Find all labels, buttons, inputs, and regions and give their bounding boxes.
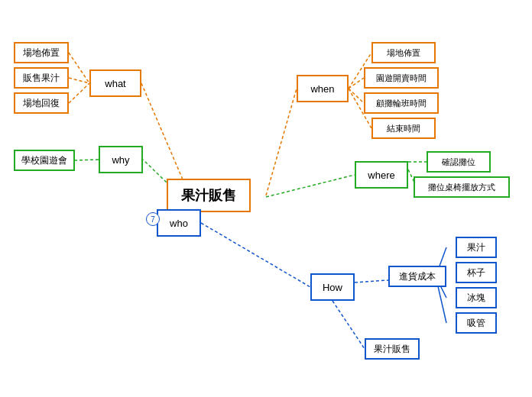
where-leaf-2: 攤位桌椅擺放方式 [414,176,510,198]
when-leaf-1: 場地佈置 [371,42,436,63]
svg-line-15 [201,223,310,287]
center-node: 果汁販售 [167,179,251,212]
where-leaf-1: 確認攤位 [427,151,491,173]
how-sub1-leaf-2: 杯子 [456,262,497,283]
how-sub1-leaf-3: 冰塊 [456,287,497,308]
what-leaf-1: 場地佈置 [14,42,69,63]
svg-line-11 [266,175,355,197]
when-leaf-4: 結束時間 [371,118,436,139]
where-node: where [355,161,408,189]
how-sub2-node: 果汁販售 [365,338,420,360]
who-badge: 7 [146,212,160,226]
why-node: why [99,146,143,173]
svg-line-22 [332,301,365,349]
when-node: when [297,75,349,102]
why-leaf-1: 學校園遊會 [14,150,75,171]
what-node: what [89,69,141,97]
when-leaf-2: 園遊開賣時間 [364,67,439,89]
svg-line-16 [355,280,388,282]
what-leaf-2: 販售果汁 [14,67,69,89]
svg-line-1 [69,78,89,83]
what-leaf-3: 場地回復 [14,92,69,114]
how-sub1-leaf-4: 吸管 [456,312,497,334]
svg-line-2 [69,83,89,103]
svg-line-4 [266,89,297,195]
how-node: How [310,273,355,301]
how-sub1-node: 進貨成本 [388,266,446,287]
svg-line-7 [349,89,364,103]
svg-line-10 [75,160,99,160]
how-sub1-leaf-1: 果汁 [456,237,497,258]
when-leaf-3: 顧攤輪班時間 [364,92,439,114]
svg-line-6 [349,78,364,89]
who-node: who [157,209,201,237]
svg-line-0 [69,53,89,83]
